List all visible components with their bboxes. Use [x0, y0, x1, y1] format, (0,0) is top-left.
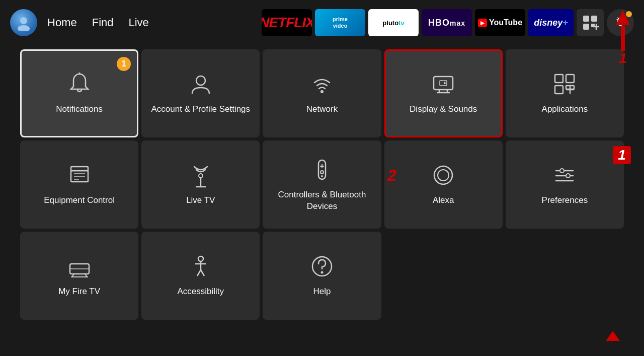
tile-controllers[interactable]: Controllers & Bluetooth Devices — [263, 140, 381, 229]
app-primevideo[interactable]: primevideo — [315, 9, 365, 36]
tile-notifications-label: Notifications — [56, 104, 103, 115]
tile-preferences-label: Preferences — [542, 195, 588, 206]
tile-controllers-label: Controllers & Bluetooth Devices — [263, 189, 381, 211]
svg-rect-24 — [71, 171, 88, 182]
svg-point-37 — [434, 166, 452, 184]
annotation-1-label: 1 — [619, 51, 627, 65]
bottom-right-indicator — [606, 331, 620, 341]
annotation-1-box: 1 — [613, 146, 631, 164]
tile-empty-2 — [506, 232, 624, 320]
svg-rect-4 — [583, 24, 589, 30]
primevideo-logo: primevideo — [333, 16, 348, 29]
svg-rect-12 — [434, 77, 453, 90]
tile-accessibility-label: Accessibility — [177, 286, 224, 297]
equipment-icon — [67, 163, 92, 188]
svg-point-10 — [196, 76, 205, 85]
avatar[interactable] — [10, 9, 37, 36]
svg-point-0 — [20, 17, 27, 24]
tile-preferences[interactable]: Preferences — [506, 140, 624, 229]
settings-grid: 1 Notifications Account & Profile Settin… — [0, 45, 644, 324]
svg-rect-18 — [555, 75, 563, 83]
apps-grid-icon — [581, 14, 599, 32]
nav-links: Home Find Live — [47, 16, 149, 29]
nav-apps: NETFLIX primevideo plutotv HBOmax ▶ YouT… — [262, 9, 634, 36]
svg-point-11 — [320, 90, 324, 93]
account-icon — [188, 72, 213, 97]
app-youtube[interactable]: ▶ YouTube — [475, 9, 525, 36]
tile-empty-1 — [384, 232, 503, 320]
svg-rect-2 — [583, 16, 589, 22]
app-hbomax[interactable]: HBOmax — [422, 9, 472, 36]
disney-logo: disney+ — [534, 18, 568, 28]
nav-find[interactable]: Find — [92, 16, 114, 29]
app-netflix[interactable]: NETFLIX — [262, 9, 312, 36]
svg-point-43 — [566, 174, 570, 178]
nav-home[interactable]: Home — [47, 16, 77, 29]
app-pluto[interactable]: plutotv — [368, 9, 419, 36]
tile-accessibility[interactable]: Accessibility — [141, 232, 260, 320]
accessibility-icon — [188, 254, 213, 279]
svg-rect-3 — [591, 16, 597, 22]
youtube-logo: YouTube — [489, 18, 522, 27]
svg-point-38 — [438, 170, 449, 181]
antenna-icon — [188, 163, 213, 188]
bell-icon — [67, 72, 92, 97]
svg-point-1 — [18, 25, 30, 31]
tile-network[interactable]: Network — [263, 49, 381, 137]
pluto-logo: plutotv — [382, 19, 404, 27]
help-icon — [309, 254, 335, 279]
remote-icon — [309, 157, 335, 182]
tile-alexa[interactable]: Alexa — [384, 140, 503, 229]
display-icon — [431, 72, 456, 97]
netflix-logo: NETFLIX — [262, 15, 312, 31]
tile-display-sounds-label: Display & Sounds — [410, 104, 477, 115]
all-apps-button[interactable] — [577, 9, 604, 36]
tile-applications[interactable]: Applications — [506, 49, 624, 137]
tile-help-label: Help — [313, 286, 331, 297]
hbomax-logo: HBOmax — [428, 18, 465, 28]
tile-network-label: Network — [306, 104, 338, 115]
svg-point-49 — [198, 256, 203, 261]
svg-line-52 — [197, 270, 201, 276]
svg-rect-20 — [555, 86, 563, 94]
tile-my-fire-tv-label: My Fire TV — [58, 286, 100, 297]
tile-live-tv[interactable]: Live TV — [141, 140, 260, 229]
youtube-play-icon: ▶ — [478, 19, 487, 27]
nav-live[interactable]: Live — [128, 16, 148, 29]
tile-help[interactable]: Help — [263, 232, 381, 320]
tile-equipment-control-label: Equipment Control — [44, 195, 115, 206]
tile-my-fire-tv[interactable]: My Fire TV — [20, 232, 138, 320]
annotation-arrow-1: 1 — [616, 10, 630, 65]
notification-badge: 1 — [117, 57, 131, 71]
app-disney[interactable]: disney+ — [528, 9, 574, 36]
fire-tv-icon — [67, 254, 92, 279]
svg-point-55 — [320, 271, 323, 274]
svg-marker-17 — [444, 82, 446, 85]
svg-point-31 — [199, 174, 203, 178]
tile-equipment-control[interactable]: Equipment Control — [20, 140, 138, 229]
wifi-icon — [309, 72, 335, 97]
top-navigation: Home Find Live NETFLIX primevideo plutot… — [0, 0, 644, 45]
svg-point-35 — [320, 171, 324, 174]
tile-account-label: Account & Profile Settings — [151, 104, 251, 115]
tile-live-tv-label: Live TV — [186, 195, 215, 206]
svg-rect-25 — [71, 167, 88, 171]
svg-point-36 — [321, 175, 323, 177]
svg-point-42 — [560, 169, 564, 173]
svg-line-53 — [201, 270, 204, 276]
user-icon — [16, 15, 32, 31]
tile-applications-label: Applications — [542, 104, 588, 115]
preferences-icon — [552, 163, 577, 188]
alexa-icon — [431, 163, 456, 188]
tile-account[interactable]: Account & Profile Settings — [141, 49, 260, 137]
tile-notifications[interactable]: 1 Notifications — [20, 49, 138, 137]
svg-rect-19 — [566, 75, 574, 83]
tile-alexa-label: Alexa — [433, 195, 454, 206]
annotation-2-label: 2 — [387, 166, 396, 185]
tile-display-sounds[interactable]: Display & Sounds — [384, 49, 503, 137]
applications-icon — [552, 72, 577, 97]
